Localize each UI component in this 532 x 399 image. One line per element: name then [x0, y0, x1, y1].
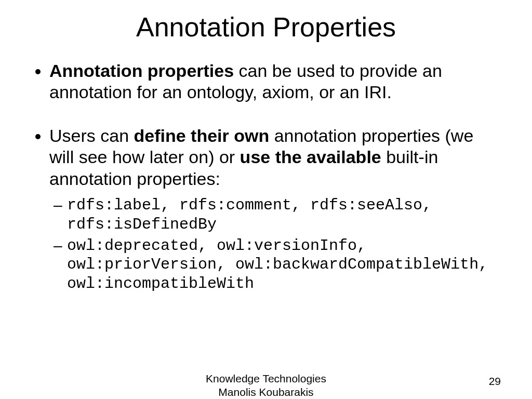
sub-bullet-list: rdfs:label, rdfs:comment, rdfs:seeAlso, …: [49, 196, 496, 293]
sub-bullet-item: owl:deprecated, owl:versionInfo, owl:pri…: [67, 236, 496, 294]
footer-line-1: Knowledge Technologies: [0, 372, 532, 385]
footer-line-2: Manolis Koubarakis: [0, 385, 532, 399]
page-number: 29: [489, 375, 501, 388]
bullet-item: Annotation properties can be used to pro…: [49, 60, 496, 103]
bullet-text: Users can define their own annotation pr…: [49, 126, 473, 189]
sub-bullet-item: rdfs:label, rdfs:comment, rdfs:seeAlso, …: [67, 196, 496, 234]
slide-footer: Knowledge Technologies Manolis Koubaraki…: [0, 372, 532, 400]
bullet-item: Users can define their own annotation pr…: [49, 125, 496, 293]
slide-title: Annotation Properties: [0, 11, 532, 43]
slide: Annotation Properties Annotation propert…: [0, 11, 532, 399]
bullet-text: Annotation properties can be used to pro…: [49, 61, 442, 102]
bullet-list: Annotation properties can be used to pro…: [49, 60, 496, 293]
